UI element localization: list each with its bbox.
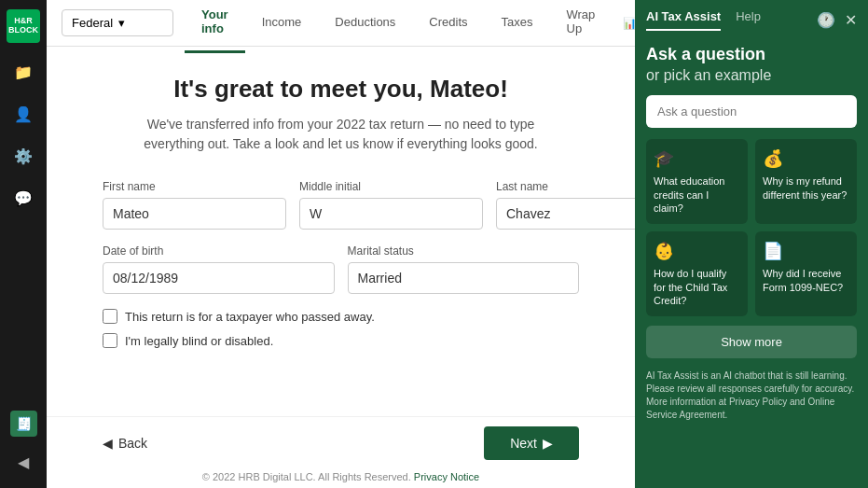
first-name-label: First name: [103, 180, 286, 193]
tab-deductions[interactable]: Deductions: [318, 0, 412, 47]
panel-tab-icons: 🕐 ✕: [817, 11, 857, 29]
marital-label: Marital status: [348, 244, 580, 258]
back-label: Back: [118, 436, 147, 451]
first-name-group: First name: [103, 180, 286, 230]
refund-icon: 💰: [763, 148, 849, 169]
estimated-refund: 📊 Estimated Refund: [623, 10, 635, 36]
form-title: It's great to meet you, Mateo!: [173, 75, 508, 104]
federal-dropdown[interactable]: Federal ▾: [62, 9, 173, 36]
card-child-tax[interactable]: 👶 How do I qualify for the Child Tax Cre…: [646, 231, 748, 316]
user-icon[interactable]: 👤: [10, 102, 36, 127]
panel-tabs-left: AI Tax Assist Help: [646, 9, 761, 31]
privacy-link[interactable]: Privacy Notice: [414, 471, 479, 482]
gear-icon[interactable]: ⚙️: [10, 144, 36, 169]
tab-wrap-up[interactable]: Wrap Up: [550, 0, 613, 53]
sidebar: H&RBLOCK 📁 👤 ⚙️ 💬 🧾 ◀: [0, 0, 47, 488]
copyright-text: © 2022 HRB Digital LLC. All Rights Reser…: [202, 471, 411, 482]
disclaimer-text: AI Tax Assist is an AI chatbot that is s…: [646, 369, 857, 422]
middle-initial-input[interactable]: [299, 198, 483, 230]
dob-marital-row: Date of birth Marital status: [103, 244, 579, 294]
child-icon: 👶: [654, 241, 740, 261]
next-label: Next: [510, 436, 537, 451]
federal-label: Federal: [72, 16, 113, 30]
card-refund[interactable]: 💰 Why is my refund different this year?: [755, 139, 857, 224]
show-more-button[interactable]: Show more: [646, 326, 857, 358]
middle-initial-group: Middle initial: [299, 180, 483, 230]
ask-input[interactable]: [646, 95, 857, 128]
ask-subtitle: or pick an example: [646, 67, 857, 84]
tab-help[interactable]: Help: [736, 9, 761, 31]
blind-checkbox[interactable]: [103, 333, 117, 348]
folder-icon[interactable]: 📁: [10, 60, 36, 85]
collapse-icon[interactable]: ◀: [18, 453, 29, 471]
blind-label: I'm legally blind or disabled.: [125, 334, 273, 348]
ask-title: Ask a question: [646, 44, 857, 65]
back-button[interactable]: ◀ Back: [103, 436, 147, 451]
card-education-text: What education credits can I claim?: [654, 174, 740, 215]
name-row: First name Middle initial Last name Suff…: [103, 180, 579, 230]
dob-group: Date of birth: [103, 244, 335, 294]
middle-initial-label: Middle initial: [299, 180, 483, 193]
tab-income[interactable]: Income: [245, 0, 319, 47]
form-footer: ◀ Back Next ▶: [47, 416, 635, 467]
tax-document-icon[interactable]: 🧾: [10, 411, 37, 437]
last-name-input[interactable]: [496, 198, 635, 230]
dob-input[interactable]: [103, 262, 335, 294]
right-panel: AI Tax Assist Help 🕐 ✕ Ask a question or…: [635, 0, 868, 488]
tab-your-info[interactable]: Your info: [185, 0, 245, 53]
last-name-group: Last name: [496, 180, 635, 230]
deceased-label: This return is for a taxpayer who passed…: [125, 310, 375, 324]
education-icon: 🎓: [654, 148, 740, 169]
card-1099[interactable]: 📄 Why did I receive Form 1099-NEC?: [755, 231, 857, 316]
history-icon[interactable]: 🕐: [817, 11, 835, 29]
marital-group: Marital status: [348, 244, 580, 294]
top-navigation: Federal ▾ Your info Income Deductions Cr…: [47, 0, 635, 47]
next-chevron-icon: ▶: [543, 436, 553, 451]
close-icon[interactable]: ✕: [845, 11, 857, 29]
form-grid: First name Middle initial Last name Suff…: [103, 180, 579, 357]
first-name-input[interactable]: [103, 198, 286, 230]
card-refund-text: Why is my refund different this year?: [763, 174, 849, 202]
document-icon: 📄: [763, 241, 849, 261]
main-content: Federal ▾ Your info Income Deductions Cr…: [47, 0, 635, 488]
back-chevron-icon: ◀: [103, 436, 113, 451]
checkbox-blind: I'm legally blind or disabled.: [103, 333, 579, 348]
copyright: © 2022 HRB Digital LLC. All Rights Reser…: [47, 467, 635, 488]
deceased-checkbox[interactable]: [103, 309, 117, 324]
card-1099-text: Why did I receive Form 1099-NEC?: [763, 267, 849, 294]
panel-body: Ask a question or pick an example 🎓 What…: [635, 31, 868, 488]
hrblock-logo[interactable]: H&RBLOCK: [7, 9, 40, 43]
chevron-down-icon: ▾: [118, 16, 125, 30]
last-name-label: Last name: [496, 180, 635, 193]
card-education[interactable]: 🎓 What education credits can I claim?: [646, 139, 748, 224]
chat-icon[interactable]: 💬: [10, 186, 36, 211]
form-subtitle: We've transferred info from your 2022 ta…: [117, 115, 565, 154]
checkbox-deceased: This return is for a taxpayer who passed…: [103, 309, 579, 324]
tab-ai-assist[interactable]: AI Tax Assist: [646, 9, 721, 31]
card-child-text: How do I qualify for the Child Tax Credi…: [654, 267, 740, 307]
refund-icon: 📊: [623, 17, 635, 30]
tab-taxes[interactable]: Taxes: [485, 0, 550, 47]
tab-credits[interactable]: Credits: [412, 0, 484, 47]
dob-label: Date of birth: [103, 244, 335, 258]
next-button[interactable]: Next ▶: [484, 426, 579, 460]
example-cards: 🎓 What education credits can I claim? 💰 …: [646, 139, 857, 316]
marital-input[interactable]: [348, 262, 580, 294]
form-area: It's great to meet you, Mateo! We've tra…: [47, 47, 635, 416]
panel-tabs: AI Tax Assist Help 🕐 ✕: [635, 0, 868, 31]
nav-tabs: Your info Income Deductions Credits Taxe…: [185, 0, 612, 53]
